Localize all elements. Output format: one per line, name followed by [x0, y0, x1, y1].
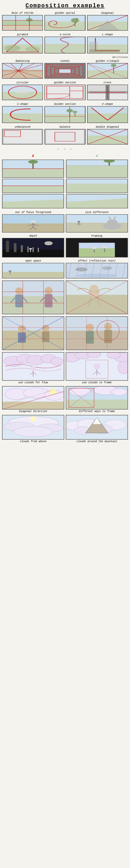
radiating-label: Radiating [16, 60, 30, 63]
svg-rect-263 [42, 331, 49, 342]
golden-triangle-box [87, 63, 128, 79]
right-header: ✓ [66, 153, 128, 159]
golden-spiral-item: golden spiral [45, 12, 85, 31]
svg-rect-159 [66, 183, 128, 193]
depth-box [2, 238, 64, 257]
radiating-item: Radiating [2, 60, 43, 79]
svg-rect-239 [45, 294, 53, 307]
tunnel-item: tunnel [45, 60, 85, 79]
scurve-label: s-curve [59, 33, 71, 36]
unbalanced-label: unbalanced [15, 126, 30, 128]
cloud-ground-section: clouds from above cl [2, 415, 128, 443]
tunnel-box [45, 63, 85, 79]
wrong-box3 [2, 194, 64, 208]
golden-section-box [45, 85, 85, 100]
circular-item: circular [2, 81, 43, 100]
different-ways-item: Different ways to frame [66, 386, 128, 413]
diagonal-direction-item: Diagonal direction [2, 386, 64, 413]
svg-rect-85 [45, 85, 85, 100]
svg-point-331 [14, 427, 53, 437]
svg-point-276 [104, 323, 112, 330]
vshape-box [87, 106, 128, 123]
svg-point-170 [31, 220, 36, 223]
large-panels-section [2, 280, 128, 314]
lshape-label: L-shape [102, 33, 113, 36]
large-panels2-section [2, 316, 128, 350]
rule-of-thirds-box [2, 15, 43, 31]
large-panel2-left [2, 316, 64, 350]
svg-point-199 [29, 248, 32, 250]
svg-point-289 [51, 357, 63, 365]
row5-grid: C-shape Golden section [2, 103, 128, 123]
golden-section-label: golden section [54, 81, 76, 84]
clouds-frame-item: use clouds to frame [66, 352, 128, 384]
diagonal-item: diagonal [87, 12, 128, 31]
cloud-panels-section: use clouds for flow [2, 352, 128, 384]
wrong-column: ✗ [2, 153, 64, 208]
svg-rect-235 [15, 294, 23, 307]
svg-rect-72 [87, 70, 128, 79]
out-of-focus-box [2, 214, 64, 232]
svg-rect-206 [79, 248, 115, 257]
svg-rect-119 [4, 130, 21, 137]
large-panel-right [66, 280, 128, 314]
open-space-box [2, 263, 64, 278]
diagonal-direction-box [2, 386, 64, 409]
row7-section: out of focus foreground [2, 211, 128, 232]
svg-rect-6 [2, 25, 43, 30]
clouds-flow-label: use clouds for flow [18, 381, 48, 384]
svg-rect-42 [89, 49, 119, 53]
svg-rect-36 [45, 44, 85, 53]
svg-rect-141 [2, 179, 64, 186]
svg-rect-277 [104, 330, 112, 343]
svg-point-138 [28, 160, 38, 164]
svg-point-301 [118, 361, 128, 374]
page: Composition examples Rule of thirds [0, 0, 130, 447]
svg-rect-272 [66, 317, 128, 331]
golden-section-item: golden section [45, 81, 85, 100]
row6-grid: unbalanced balance [2, 126, 128, 145]
effect-item: effect (reflection rain) [66, 259, 128, 278]
golden-spiral-box [45, 15, 85, 31]
large-panel2-right [66, 316, 128, 350]
different-ways-box [66, 386, 128, 409]
svg-point-290 [30, 366, 36, 371]
scurve-box [45, 37, 85, 54]
golden-section2-item: Golden section [45, 103, 85, 123]
vshape-item: V-shape [87, 103, 128, 123]
svg-point-322 [111, 389, 127, 396]
clouds-frame-label: use clouds to frame [82, 381, 111, 384]
effect-box [66, 263, 128, 278]
svg-point-229 [102, 267, 112, 270]
svg-rect-16 [45, 15, 85, 22]
scurve-item: s-curve [45, 33, 85, 54]
svg-rect-259 [2, 331, 64, 350]
pyramid-label: pyramid [17, 33, 28, 36]
svg-point-31 [4, 45, 21, 51]
depth-item: depth [2, 235, 64, 257]
different-ways-label: Different ways to frame [79, 410, 115, 413]
wrong-header: ✗ [2, 153, 64, 159]
svg-rect-179 [66, 215, 128, 223]
svg-point-181 [107, 219, 118, 225]
clouds-flow-item: use clouds for flow [2, 352, 64, 384]
clouds-flow-box [2, 352, 64, 381]
svg-rect-203 [66, 238, 79, 257]
large-panel-left [2, 280, 64, 314]
out-of-focus-item: out of focus foreground [2, 211, 64, 232]
framing-label: Framing [91, 235, 102, 238]
circular-box [2, 85, 43, 100]
svg-point-18 [71, 18, 79, 23]
wrong-right-section: ✗ [2, 153, 128, 208]
svg-rect-45 [2, 63, 43, 69]
svg-rect-7 [2, 20, 43, 25]
svg-rect-104 [45, 114, 85, 123]
tunnel-label: tunnel [60, 60, 70, 63]
golden-triangle-label: golden triangle [96, 60, 119, 63]
cshape-label: C-shape [17, 103, 28, 105]
lshape-item: L-shape [87, 33, 128, 54]
svg-point-110 [73, 111, 78, 113]
row3-grid: Radiating [2, 60, 128, 79]
separator-dots: · · · [2, 147, 128, 151]
svg-rect-103 [45, 106, 85, 114]
